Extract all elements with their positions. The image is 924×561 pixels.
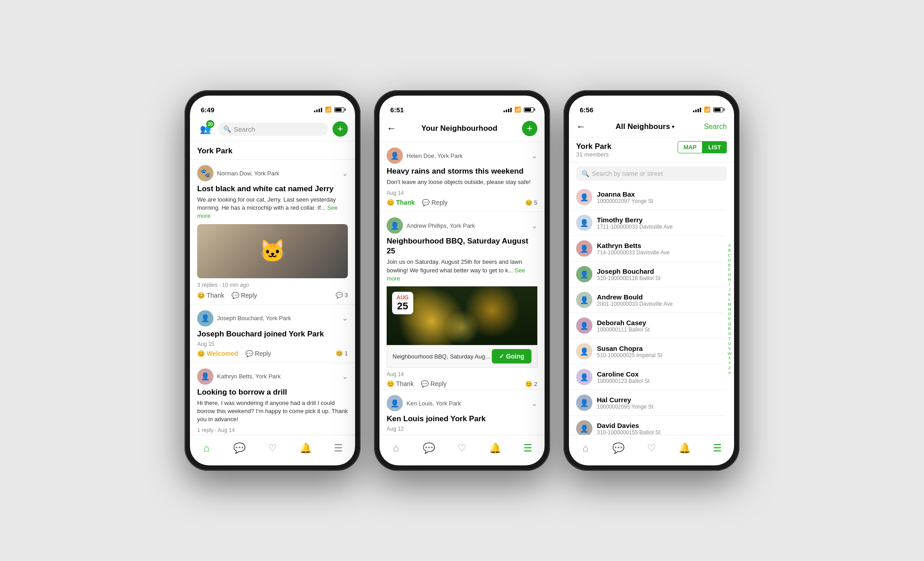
neighbour-avatar-2: 👤 — [576, 215, 592, 231]
p2-thank-1[interactable]: 😊 Thank — [387, 199, 415, 206]
alpha-B[interactable]: B — [728, 248, 731, 253]
neighbour-joanna-bax[interactable]: 👤 Joanna Bax 10000002097 Yonge St — [569, 184, 725, 210]
tab-bell-3[interactable]: 🔔 — [668, 435, 701, 461]
alpha-P[interactable]: P — [728, 317, 731, 322]
alpha-S[interactable]: S — [728, 332, 731, 336]
tab-home-3[interactable]: ⌂ — [569, 435, 602, 461]
p3-sub: MAP LIST York Park 31 members — [569, 138, 734, 163]
p2-author-name-1: Helen Doe, York Park — [407, 152, 462, 159]
post-menu-1[interactable]: ⌄ — [342, 169, 348, 178]
alpha-hash[interactable]: # — [728, 371, 730, 376]
search-bar[interactable]: 🔍 Search — [218, 123, 328, 136]
wifi-icon-1: 📶 — [325, 106, 332, 113]
p2-post-menu-1[interactable]: ⌄ — [531, 152, 537, 160]
post-menu-2[interactable]: ⌄ — [342, 314, 348, 322]
dropdown-icon[interactable]: ▾ — [672, 124, 675, 130]
tab-bar-1: ⌂ 💬 ♡ 🔔 ☰ — [190, 435, 355, 465]
alpha-I[interactable]: I — [729, 283, 730, 287]
tab-heart-3[interactable]: ♡ — [635, 435, 668, 461]
p3-title-area: All Neighbours ▾ — [586, 122, 704, 131]
tab-menu-2[interactable]: ☰ — [512, 435, 545, 461]
alpha-H[interactable]: H — [728, 278, 731, 282]
new-post-button[interactable]: + — [333, 121, 348, 137]
neighbour-susan-chopra[interactable]: 👤 Susan Chopra 510-100000025 Impérial St — [569, 339, 725, 364]
alpha-C[interactable]: C — [728, 253, 731, 258]
neighbour-addr-8: 1000000123 Balliol St — [597, 378, 650, 384]
new-post-button-2[interactable]: + — [522, 121, 537, 136]
post-menu-3[interactable]: ⌄ — [342, 372, 348, 381]
p3-header: ← All Neighbours ▾ Search — [569, 117, 734, 138]
alpha-Q[interactable]: Q — [728, 322, 731, 326]
p2-feed-scroll[interactable]: 👤 Helen Doe, York Park ⌄ Heavy rains and… — [379, 142, 545, 435]
alpha-G[interactable]: G — [728, 273, 731, 277]
p2-thank-2[interactable]: 😊 Thank — [387, 380, 414, 387]
p2-avatar-3: 👤 — [387, 395, 403, 411]
alpha-U[interactable]: U — [728, 342, 731, 346]
add-friends-button[interactable]: 👥 20 — [197, 121, 213, 137]
alpha-E[interactable]: E — [728, 263, 731, 268]
p3-search-bar[interactable]: 🔍 Search by name or street — [576, 166, 727, 181]
p2-post-menu-2[interactable]: ⌄ — [531, 221, 537, 230]
tab-heart-1[interactable]: ♡ — [256, 435, 289, 461]
chat-icon-3: 💬 — [612, 442, 624, 454]
tab-chat-1[interactable]: 💬 — [223, 435, 256, 461]
neighbour-caroline-cox[interactable]: 👤 Caroline Cox 1000000123 Balliol St — [569, 364, 725, 390]
neighbour-name-4: Joseph Bouchard — [597, 267, 661, 275]
alpha-N[interactable]: N — [728, 308, 731, 312]
back-button-3[interactable]: ← — [576, 121, 586, 133]
neighbour-david-davies[interactable]: 👤 David Davies 310-1000000155 Balliol St — [569, 416, 725, 435]
neighbour-deborah-casey[interactable]: 👤 Deborah Casey 1000000111 Balliol St — [569, 313, 725, 339]
map-button[interactable]: MAP — [678, 141, 702, 153]
tab-home-2[interactable]: ⌂ — [379, 435, 412, 461]
p2-post-menu-3[interactable]: ⌄ — [531, 399, 537, 408]
heart-icon-1: ♡ — [268, 442, 277, 454]
tab-home-1[interactable]: ⌂ — [190, 435, 223, 461]
p2-author-name-2: Andrew Phillips, York Park — [407, 222, 475, 229]
alpha-D[interactable]: D — [728, 258, 731, 263]
search-button-3[interactable]: Search — [704, 123, 727, 131]
alpha-W[interactable]: W — [728, 352, 732, 356]
going-button[interactable]: ✓ Going — [492, 349, 531, 363]
thank-button-1[interactable]: 😊 Thank — [197, 292, 224, 299]
alpha-X[interactable]: X — [728, 356, 731, 361]
tab-heart-2[interactable]: ♡ — [445, 435, 478, 461]
welcome-button-2[interactable]: 😊 Welcomed — [197, 350, 238, 357]
alpha-R[interactable]: R — [728, 327, 731, 331]
alpha-L[interactable]: L — [728, 298, 730, 302]
neighbour-timothy-berry[interactable]: 👤 Timothy Berry 1711-100000033 Davisvill… — [569, 210, 725, 236]
alpha-M[interactable]: M — [728, 303, 731, 307]
alpha-K[interactable]: K — [728, 293, 731, 297]
p2-reply-1[interactable]: 💬 Reply — [422, 199, 448, 206]
tab-menu-3[interactable]: ☰ — [701, 435, 734, 461]
alpha-F[interactable]: F — [728, 268, 731, 272]
neighbour-joseph-bouchard[interactable]: 👤 Joseph Bouchard 310-1000000118 Balliol… — [569, 262, 725, 287]
alpha-O[interactable]: O — [728, 312, 731, 317]
reply-button-2[interactable]: 💬 Reply — [245, 350, 271, 357]
tab-chat-2[interactable]: 💬 — [412, 435, 445, 461]
neighbours-list[interactable]: 👤 Joanna Bax 10000002097 Yonge St 👤 Timo… — [569, 184, 734, 435]
list-button[interactable]: LIST — [702, 141, 727, 153]
alpha-A[interactable]: A — [728, 244, 731, 248]
bell-icon-2: 🔔 — [489, 442, 501, 454]
feed-scroll-1[interactable]: York Park 🐾 Norman Dow, York Park ⌄ Lost… — [190, 141, 355, 435]
battery-icon-1 — [334, 107, 344, 112]
menu-icon-2: ☰ — [523, 442, 532, 454]
p2-reply-2[interactable]: 💬 Reply — [421, 380, 447, 387]
reply-button-1[interactable]: 💬 Reply — [231, 292, 257, 299]
tab-bell-2[interactable]: 🔔 — [479, 435, 512, 461]
neighbour-kathryn-betts[interactable]: 👤 Kathryn Betts 714-100000033 Davisville… — [569, 236, 725, 262]
alpha-T[interactable]: T — [728, 337, 731, 341]
home-icon-1: ⌂ — [203, 442, 209, 454]
tab-menu-1[interactable]: ☰ — [322, 435, 355, 461]
p2-reply-icon-2: 💬 — [421, 380, 429, 387]
neighbour-hal-currey[interactable]: 👤 Hal Currey 10000002095 Yonge St — [569, 390, 725, 416]
neighbour-andrew-bould[interactable]: 👤 Andrew Bould 2001-100000033 Davisville… — [569, 287, 725, 313]
tab-chat-3[interactable]: 💬 — [602, 435, 635, 461]
avatar-2: 👤 — [197, 310, 213, 326]
alpha-J[interactable]: J — [729, 288, 731, 292]
tab-bell-1[interactable]: 🔔 — [289, 435, 322, 461]
alpha-Y[interactable]: Y — [728, 361, 731, 366]
back-button-2[interactable]: ← — [387, 123, 397, 134]
alpha-Z[interactable]: Z — [728, 366, 731, 371]
alpha-V[interactable]: V — [728, 347, 731, 351]
